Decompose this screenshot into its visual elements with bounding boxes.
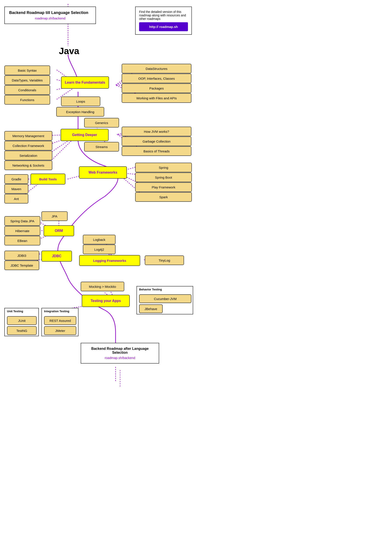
packages-node: Packages bbox=[122, 83, 191, 93]
maven-node: Maven bbox=[4, 184, 28, 194]
jdbi3-node: JDBI3 bbox=[4, 251, 39, 260]
spring-data-node: Spring Data JPA bbox=[4, 216, 40, 226]
basic-syntax-node: Basic Syntax bbox=[4, 65, 50, 75]
jpa-node: JPA bbox=[42, 211, 68, 221]
streams-node: Streams bbox=[84, 142, 119, 152]
behavior-label: Behavior Testing bbox=[139, 288, 162, 291]
orm-node: ORM bbox=[44, 225, 74, 236]
web-frameworks-label: Web Frameworks bbox=[89, 171, 117, 174]
files-apis-node: Working with Files and APIs bbox=[122, 93, 191, 103]
header-title: Backend Roadmap till Language Selection bbox=[9, 10, 91, 15]
unit-testing-group: Unit Testing JUnit TestNG bbox=[4, 308, 39, 336]
info-box: Find the detailed version of this roadma… bbox=[135, 7, 192, 35]
datastructures-node: DataStructures bbox=[122, 64, 191, 73]
serialization-node: Serialization bbox=[4, 151, 52, 160]
how-jvm-node: How JVM works? bbox=[122, 127, 191, 136]
bottom-dashed bbox=[120, 370, 120, 388]
generics-node: Generics bbox=[84, 118, 119, 128]
testng-node: TestNG bbox=[7, 326, 37, 335]
logging-label: Logging Frameworks bbox=[93, 259, 126, 262]
getting-deeper-node: Getting Deeper bbox=[61, 129, 109, 141]
jdbc-template-node: JDBC Template bbox=[4, 261, 39, 270]
java-title: Java bbox=[59, 46, 79, 56]
build-tools-label: Build Tools bbox=[39, 177, 57, 181]
orm-label: ORM bbox=[55, 229, 63, 233]
url-button[interactable]: http:// roadmap.sh bbox=[139, 22, 188, 31]
functions-node: Functions bbox=[4, 95, 50, 105]
ebean-node: EBean bbox=[4, 236, 40, 246]
backend-after-link[interactable]: roadmap.sh/backend bbox=[85, 356, 154, 360]
ant-node: Ant bbox=[4, 194, 28, 203]
junit-node: JUnit bbox=[7, 316, 37, 325]
hibernate-node: Hibernate bbox=[4, 226, 40, 236]
integration-testing-label: Integration Testing bbox=[44, 310, 69, 313]
backend-after-box: Backend Roadmap after Language Selection… bbox=[81, 343, 159, 363]
memory-node: Memory Management bbox=[4, 131, 52, 141]
collection-node: Collection Framework bbox=[4, 141, 52, 150]
logging-frameworks-node: Logging Frameworks bbox=[79, 255, 140, 266]
mocking-node: Mocking > Mockito bbox=[81, 282, 124, 291]
exception-node: Exception Handling bbox=[56, 107, 104, 116]
learn-fundamentals-label: Learn the Fundamentals bbox=[65, 80, 105, 85]
datatypes-node: DataTypes, Variables bbox=[4, 75, 50, 85]
backend-after-title: Backend Roadmap after Language Selection bbox=[85, 347, 154, 355]
info-text: Find the detailed version of this roadma… bbox=[139, 10, 188, 21]
jdbc-node: JDBC bbox=[42, 251, 72, 261]
jmeter-node: JMeter bbox=[44, 326, 76, 335]
web-frameworks-node: Web Frameworks bbox=[79, 166, 127, 179]
learn-fundamentals-node: Learn the Fundamentals bbox=[61, 76, 109, 89]
garbage-node: Garbage Collection bbox=[122, 137, 191, 146]
play-node: Play Framework bbox=[135, 182, 192, 192]
spring-node: Spring bbox=[135, 163, 192, 172]
conditionals-node: Conditionals bbox=[4, 85, 50, 95]
threads-node: Basics of Threads bbox=[122, 146, 191, 156]
rest-assured-node: REST Assured bbox=[44, 316, 76, 325]
header-box: Backend Roadmap till Language Selection … bbox=[4, 7, 96, 24]
testing-node: Testing your Apps bbox=[82, 295, 130, 307]
tinylog-node: TinyLog bbox=[145, 255, 184, 265]
spring-boot-node: Spring Boot bbox=[135, 173, 192, 182]
unit-testing-label: Unit Testing bbox=[7, 310, 23, 313]
log4j2-node: Log4j2 bbox=[83, 245, 116, 254]
networking-node: Networking & Sockets bbox=[4, 160, 52, 170]
oop-node: OOP, Interfaces, Classes bbox=[122, 73, 191, 83]
build-tools-node: Build Tools bbox=[30, 174, 65, 184]
logback-node: Logback bbox=[83, 235, 116, 244]
testing-label: Testing your Apps bbox=[91, 299, 121, 303]
header-link[interactable]: roadmap.sh/backend bbox=[9, 16, 91, 20]
cucumber-node: Cucumber-JVM bbox=[139, 294, 191, 303]
jbehave-node: JBehave bbox=[139, 304, 163, 313]
spark-node: Spark bbox=[135, 192, 192, 202]
url-label: http:// roadmap.sh bbox=[149, 25, 178, 29]
gradle-node: Gradle bbox=[4, 174, 28, 184]
behavior-group: Behavior Testing Cucumber-JVM Cukes JBeh… bbox=[136, 286, 193, 314]
getting-deeper-label: Getting Deeper bbox=[72, 133, 97, 137]
roadmap-container: Backend Roadmap till Language Selection … bbox=[0, 0, 196, 552]
integration-testing-group: Integration Testing REST Assured JMeter bbox=[42, 308, 78, 336]
jdbc-label: JDBC bbox=[52, 254, 62, 258]
loops-node: Loops bbox=[61, 96, 100, 106]
